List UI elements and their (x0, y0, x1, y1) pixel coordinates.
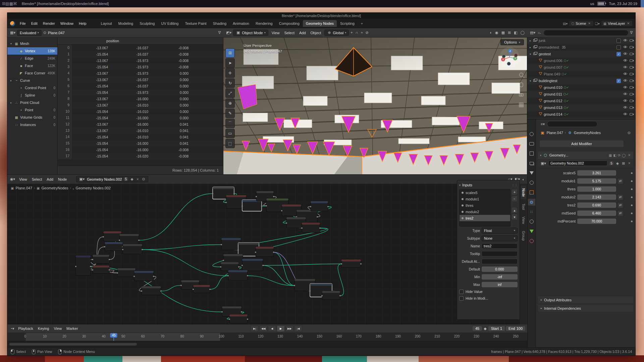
workspace-tab-geometry-nodes[interactable]: Geometry Nodes (303, 20, 337, 27)
modifier-toggle-0[interactable]: ▦ (609, 154, 612, 157)
internal-dependencies-section[interactable]: ▸ Internal Dependencies (538, 305, 633, 312)
attribute-toggle-icon[interactable]: ⇄ (618, 211, 623, 216)
table-row[interactable]: 8-13.067-16.0000.000 (58, 96, 223, 102)
table-row[interactable]: 9-13.067-16.0100.000 (58, 102, 223, 108)
input-item-modulo2[interactable]: modulo2 (460, 208, 510, 215)
viewlayer-unlink-icon[interactable]: ✕ (626, 22, 630, 25)
input-item-thres[interactable]: thres (460, 202, 510, 208)
viewport-menu-add[interactable]: Add (297, 30, 308, 36)
shading-icon-2[interactable]: ▦ (501, 31, 505, 35)
timeline-menu-view[interactable]: View (51, 325, 64, 331)
workspace-tab-rendering[interactable]: Rendering (253, 20, 276, 27)
visibility-eye-icon[interactable] (623, 79, 628, 83)
properties-tab-7[interactable]: ⚙ (528, 199, 535, 205)
viewport-menu-object[interactable]: Object (308, 30, 324, 36)
modifier-panel-header[interactable]: ▾ ⬡ Geometry... ▦◧⟳◯ ✕ (538, 152, 633, 159)
fake-user-shield-icon[interactable]: ◈ (130, 177, 134, 181)
spreadsheet-column-header[interactable]: position (58, 37, 223, 45)
filter-funnel-icon[interactable]: ∇ (218, 31, 221, 35)
properties-tab-9[interactable] (528, 218, 535, 225)
table-row[interactable]: 1-15.054-16.037-0.008 (58, 51, 223, 57)
snap-icon-0[interactable]: ⌖ (350, 31, 353, 35)
outliner-row-ground-010[interactable]: ground.010⬡✓ (527, 84, 635, 91)
node-group-selector[interactable]: ▣▾ Geometry Nodes.002 5 ◈ ✕ ⊙ (76, 176, 148, 182)
tool-button-6[interactable]: ✎ (225, 109, 235, 118)
viewlayer-browse-icon[interactable]: ❏▾ (595, 22, 600, 25)
viewport-menu-select[interactable]: Select (282, 30, 297, 36)
workspace-tab-layout[interactable]: Layout (98, 20, 115, 27)
table-row[interactable]: 4-13.067-15.9730.000 (58, 70, 223, 76)
taskbar-app-icon-0[interactable]: ⊞ (2, 1, 5, 6)
horizontal-scrollbar[interactable] (9, 343, 137, 346)
checkbox-icon[interactable] (459, 290, 464, 294)
input-item-tres2[interactable]: tres2 (460, 215, 510, 221)
table-row[interactable]: 5-13.067-16.0370.000 (58, 76, 223, 83)
table-row[interactable]: 2-13.067-15.973-0.008 (58, 57, 223, 64)
input-item-modulo1[interactable]: modulo1 (460, 196, 510, 202)
disclosure-triangle-icon[interactable]: ▸ (529, 46, 532, 49)
window-titlebar[interactable]: Blender* [/home/amalie/Desktop/blender/o… (7, 13, 635, 19)
shading-icon-4[interactable]: ◧ (513, 31, 518, 35)
spreadsheet-domain-spline[interactable]: ∫Spline0 (7, 92, 57, 99)
frame-end-field[interactable]: End 100 (506, 326, 525, 331)
table-row[interactable]: 0-13.067-16.037-0.008 (58, 45, 223, 51)
render-camera-icon[interactable] (630, 79, 634, 83)
field-text[interactable]: tres2 (482, 243, 518, 249)
editor-type-icon[interactable]: ▤▾ (529, 31, 536, 35)
disclosure-triangle-icon[interactable]: ▾ (529, 53, 532, 56)
spreadsheet-domain-volume-grids[interactable]: ▩Volume Grids0 (7, 114, 57, 121)
visibility-eye-icon[interactable] (623, 92, 628, 96)
sidebar-tab-tool[interactable]: Tool (521, 201, 526, 213)
keyboard-layout-indicator[interactable]: us (590, 2, 594, 6)
render-camera-icon[interactable] (630, 112, 634, 116)
timeline-menu-keying[interactable]: Keying (36, 325, 52, 331)
pin-icon[interactable]: ⊙ (141, 177, 146, 181)
tool-button-0[interactable]: ⊞ (225, 48, 235, 58)
tool-button-8[interactable]: ▭ (225, 129, 235, 138)
shading-icon-1[interactable]: ◉ (494, 31, 499, 35)
breadcrumb-modifier[interactable]: GeometryNodes (574, 131, 601, 135)
taskbar-app-icon-2[interactable]: ▦ (9, 1, 13, 6)
table-row[interactable]: 17-15.054-16.020-0.008 (58, 153, 223, 159)
user-count-chip[interactable]: 5 (124, 177, 128, 181)
attribute-toggle-icon[interactable]: ⇄ (618, 203, 623, 208)
visibility-eye-icon[interactable] (623, 45, 628, 49)
properties-tab-1[interactable] (528, 140, 535, 147)
scene-selector[interactable]: ⬡ Scene ✕ (569, 20, 593, 26)
inputs-panel-header[interactable]: ▾ Inputs ⋮⋮ (459, 182, 518, 188)
input-item-scalex5[interactable]: scalex5 (460, 189, 510, 196)
outliner-row-ground-013[interactable]: ground.013⬡✓ (527, 104, 635, 111)
decorator-dot[interactable] (631, 172, 633, 174)
workspace-tab-shading[interactable]: Shading (210, 20, 229, 27)
properties-search-input[interactable] (547, 121, 597, 127)
shading-icon-0[interactable]: ◐ (489, 31, 493, 35)
spreadsheet-domain-face-corner[interactable]: ◤Face Corner490K (7, 69, 57, 77)
pin-icon[interactable]: ⊙ (627, 131, 631, 135)
properties-tab-0[interactable] (528, 131, 535, 137)
properties-tab-4[interactable] (528, 170, 535, 176)
render-camera-icon[interactable] (630, 85, 634, 89)
taskbar-app-icon-1[interactable]: ▤ (5, 1, 9, 6)
field-slider[interactable]: inf (482, 282, 518, 287)
field-slider[interactable]: 0.000 (482, 266, 518, 272)
menu-window[interactable]: Window (58, 20, 76, 26)
workspace-tab-compositing[interactable]: Compositing (276, 20, 303, 27)
scene-browse-icon[interactable]: ▤▾ (563, 22, 568, 25)
node-menu-node[interactable]: Node (56, 176, 69, 182)
tool-button-1[interactable]: ➤ (225, 58, 235, 68)
table-row[interactable]: 6-15.054-16.0370.000 (58, 83, 223, 89)
blender-logo-icon[interactable] (10, 21, 15, 26)
sidebar-tab-view[interactable]: View (521, 214, 526, 227)
render-camera-icon[interactable] (630, 45, 634, 49)
snap-icon-2[interactable]: ≈ (360, 31, 363, 35)
transform-orientation-dropdown[interactable]: ⊕ Global ▾ (324, 29, 349, 36)
editor-type-icon[interactable]: ◔▾ (9, 326, 15, 331)
workspace-add-tab[interactable]: + (358, 20, 366, 27)
properties-tab-8[interactable]: ∷ (528, 208, 535, 215)
current-frame-field[interactable]: 45 (473, 326, 482, 331)
outliner-row-geotest[interactable]: ▾geotest✓ (527, 51, 635, 57)
render-camera-icon[interactable] (630, 39, 634, 43)
checkbox-icon[interactable] (459, 296, 464, 301)
field-text[interactable] (482, 259, 518, 264)
modifier-name[interactable]: Geometry... (549, 153, 569, 157)
